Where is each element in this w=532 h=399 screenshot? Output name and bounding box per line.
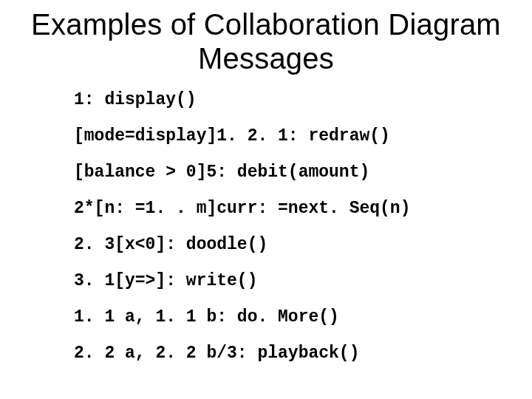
example-item: 2. 3[x<0]: doodle() (74, 236, 517, 253)
slide-title: Examples of Collaboration Diagram Messag… (15, 7, 517, 75)
examples-list: 1: display() [mode=display]1. 2. 1: redr… (74, 92, 517, 362)
example-item: 2*[n: =1. . m]curr: =next. Seq(n) (74, 200, 517, 217)
example-item: 3. 1[y=>]: write() (74, 273, 517, 290)
slide: Examples of Collaboration Diagram Messag… (0, 0, 532, 399)
example-item: [mode=display]1. 2. 1: redraw() (74, 128, 517, 145)
example-item: 2. 2 a, 2. 2 b/3: playback() (74, 345, 517, 362)
example-item: [balance > 0]5: debit(amount) (74, 164, 517, 181)
example-item: 1: display() (74, 92, 517, 109)
example-item: 1. 1 a, 1. 1 b: do. More() (74, 309, 517, 326)
